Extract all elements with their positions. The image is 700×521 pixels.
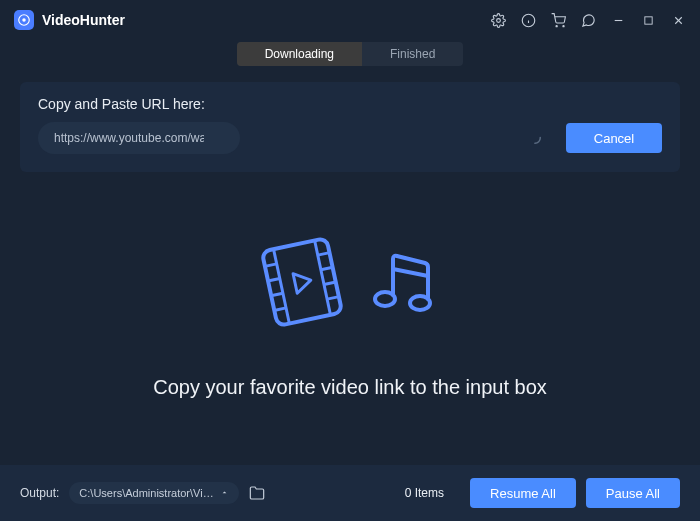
svg-point-24 [375,292,395,306]
hero-message: Copy your favorite video link to the inp… [153,376,547,399]
svg-line-18 [272,293,283,295]
svg-line-20 [318,253,329,255]
info-icon[interactable] [520,12,536,28]
output-path-selector[interactable]: C:\Users\Administrator\VidP [69,482,239,504]
tabs: Downloading Finished [0,42,700,66]
close-icon[interactable] [670,12,686,28]
video-film-icon [257,232,347,336]
url-input-wrap [38,122,554,154]
tab-finished[interactable]: Finished [362,42,463,66]
svg-rect-9 [644,16,651,23]
bottom-bar: Output: C:\Users\Administrator\VidP 0 It… [0,465,700,521]
settings-icon[interactable] [490,12,506,28]
open-folder-button[interactable] [249,485,265,501]
svg-point-25 [410,296,430,310]
svg-point-6 [556,25,557,26]
url-label: Copy and Paste URL here: [38,96,662,112]
music-note-icon [365,243,443,325]
url-row: Cancel [38,122,662,154]
feedback-icon[interactable] [580,12,596,28]
resume-all-button[interactable]: Resume All [470,478,576,508]
minimize-icon[interactable] [610,12,626,28]
app-title: VideoHunter [42,12,125,28]
output-label: Output: [20,486,59,500]
pause-all-button[interactable]: Pause All [586,478,680,508]
svg-line-19 [275,308,286,310]
svg-point-2 [496,18,500,22]
svg-line-16 [266,264,277,266]
svg-line-17 [269,279,280,281]
cart-icon[interactable] [550,12,566,28]
main-hero: Copy your favorite video link to the inp… [0,232,700,399]
svg-point-7 [562,25,563,26]
hero-icons [257,232,443,336]
maximize-icon[interactable] [640,12,656,28]
svg-line-23 [327,297,338,299]
output-path-text: C:\Users\Administrator\VidP [79,487,214,499]
svg-point-12 [530,133,541,144]
loading-spinner-icon [528,131,542,145]
items-count: 0 Items [405,486,444,500]
app-logo [14,10,34,30]
tab-downloading[interactable]: Downloading [237,42,362,66]
tab-group: Downloading Finished [237,42,464,66]
brand: VideoHunter [14,10,125,30]
cancel-button[interactable]: Cancel [566,123,662,153]
url-panel: Copy and Paste URL here: Cancel [20,82,680,172]
chevron-up-icon [220,487,229,499]
titlebar: VideoHunter [0,0,700,40]
svg-point-1 [22,18,26,22]
url-input[interactable] [38,122,240,154]
window-controls [490,12,686,28]
svg-line-22 [324,282,335,284]
svg-line-26 [393,269,428,276]
svg-line-21 [321,268,332,270]
